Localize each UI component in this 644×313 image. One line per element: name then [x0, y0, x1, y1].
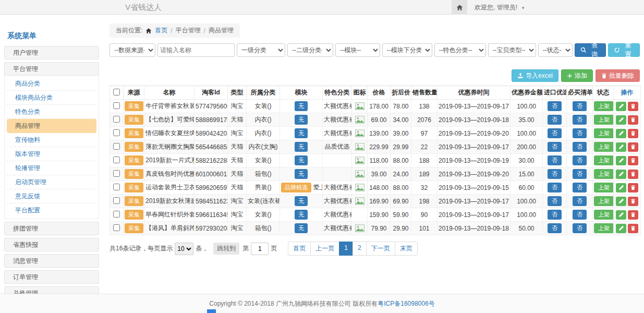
imported-toggle[interactable]: 否: [548, 101, 562, 111]
status-toggle[interactable]: 上架: [594, 169, 614, 179]
delete-button[interactable]: [628, 197, 638, 206]
row-checkbox[interactable]: [113, 102, 120, 109]
pager-button-末页[interactable]: 末页: [395, 242, 418, 256]
edit-button[interactable]: [616, 129, 626, 138]
status-toggle[interactable]: 上架: [594, 115, 614, 125]
per-page-select[interactable]: 10: [175, 243, 193, 255]
sidebar-item[interactable]: 意见反馈: [7, 189, 96, 203]
delete-button[interactable]: [628, 115, 638, 125]
sidebar-item[interactable]: 版本管理: [7, 147, 96, 161]
imported-toggle[interactable]: 否: [548, 169, 562, 179]
page-number-input[interactable]: [251, 243, 269, 255]
edit-button[interactable]: [616, 142, 626, 152]
pager-button-上一页[interactable]: 上一页: [310, 242, 339, 256]
batch-delete-button[interactable]: 批量删除: [596, 69, 640, 82]
delete-button[interactable]: [628, 142, 638, 152]
row-checkbox[interactable]: [113, 129, 120, 136]
filter-select-category-2[interactable]: --二级分类--: [287, 43, 333, 57]
filter-select-module-sub[interactable]: --模块下分类--: [382, 43, 432, 57]
imported-toggle[interactable]: 否: [548, 115, 562, 125]
status-toggle[interactable]: 上架: [594, 101, 614, 111]
must-buy-toggle[interactable]: 否: [573, 128, 587, 138]
delete-button[interactable]: [628, 224, 638, 233]
must-buy-toggle[interactable]: 否: [573, 223, 587, 233]
select-all-checkbox[interactable]: [113, 89, 120, 95]
row-checkbox[interactable]: [113, 184, 120, 190]
edit-button[interactable]: [616, 170, 626, 179]
status-toggle[interactable]: 上架: [594, 196, 614, 206]
status-toggle[interactable]: 上架: [594, 210, 614, 220]
pager-button-下一页[interactable]: 下一页: [366, 242, 395, 256]
filter-select-status[interactable]: --状态--: [538, 43, 573, 57]
sidebar-item[interactable]: 启动页管理: [7, 175, 96, 189]
breadcrumb-item-platform[interactable]: 平台管理: [176, 26, 201, 35]
imported-toggle[interactable]: 否: [548, 183, 562, 192]
must-buy-toggle[interactable]: 否: [573, 142, 587, 152]
delete-button[interactable]: [628, 102, 638, 111]
must-buy-toggle[interactable]: 否: [573, 155, 587, 165]
home-button[interactable]: [452, 0, 467, 15]
sidebar-item[interactable]: 商品分类: [7, 77, 96, 91]
row-checkbox[interactable]: [113, 156, 120, 163]
jump-button[interactable]: 跳转到: [213, 243, 239, 255]
edit-button[interactable]: [616, 156, 626, 165]
pager-button-首页[interactable]: 首页: [288, 242, 311, 256]
must-buy-toggle[interactable]: 否: [573, 196, 587, 206]
pager-button-2[interactable]: 2: [353, 242, 367, 256]
filter-input-name[interactable]: [157, 43, 235, 57]
edit-button[interactable]: [616, 183, 626, 192]
imported-toggle[interactable]: 否: [548, 142, 562, 152]
status-toggle[interactable]: 上架: [594, 142, 614, 152]
edit-button[interactable]: [616, 210, 626, 220]
filter-select-module[interactable]: --模块--: [335, 43, 380, 57]
filter-select-feature[interactable]: --特色分类--: [434, 43, 486, 57]
edit-button[interactable]: [616, 197, 626, 206]
delete-button[interactable]: [628, 129, 638, 138]
status-toggle[interactable]: 上架: [594, 183, 614, 192]
sidebar-section-1[interactable]: 平台管理: [4, 62, 99, 76]
imported-toggle[interactable]: 否: [548, 196, 562, 206]
row-checkbox[interactable]: [113, 197, 120, 204]
breadcrumb-home-link[interactable]: 首页: [155, 26, 167, 35]
imported-toggle[interactable]: 否: [548, 128, 562, 138]
add-button[interactable]: 添加: [561, 69, 593, 82]
row-checkbox[interactable]: [113, 170, 120, 177]
edit-button[interactable]: [616, 102, 626, 111]
must-buy-toggle[interactable]: 否: [573, 101, 587, 111]
filter-select-category-1[interactable]: 一级分类: [237, 43, 285, 57]
breadcrumb-item-goods[interactable]: 商品管理: [209, 26, 234, 35]
edit-button[interactable]: [616, 115, 626, 125]
search-button[interactable]: 查询: [575, 43, 606, 57]
sidebar-section-3[interactable]: 省惠快报: [4, 238, 99, 251]
sidebar-item[interactable]: 平台配置: [7, 203, 96, 218]
filter-select-data-source[interactable]: --数据来源--: [110, 43, 155, 57]
pager-button-1[interactable]: 1: [339, 242, 353, 256]
sidebar-item[interactable]: 宣传物料: [7, 133, 96, 147]
sidebar-item[interactable]: 模块商品分类: [7, 91, 96, 105]
delete-button[interactable]: [628, 170, 638, 179]
sidebar-item-active[interactable]: 商品管理: [7, 119, 96, 133]
row-checkbox[interactable]: [113, 224, 120, 231]
filter-select-item-type[interactable]: --宝贝类型--: [488, 43, 536, 57]
status-toggle[interactable]: 上架: [594, 155, 614, 165]
row-checkbox[interactable]: [113, 116, 120, 123]
must-buy-toggle[interactable]: 否: [573, 210, 587, 220]
must-buy-toggle[interactable]: 否: [573, 169, 587, 179]
must-buy-toggle[interactable]: 否: [573, 183, 587, 192]
row-checkbox[interactable]: [113, 143, 120, 150]
sidebar-section-0[interactable]: 用户管理: [4, 46, 99, 59]
delete-button[interactable]: [628, 156, 638, 165]
sidebar-section-4[interactable]: 消息管理: [4, 254, 99, 268]
delete-button[interactable]: [628, 210, 638, 220]
reset-button[interactable]: 重置: [608, 43, 640, 57]
edit-button[interactable]: [616, 224, 626, 233]
sidebar-section-5[interactable]: 订单管理: [4, 270, 99, 284]
must-buy-toggle[interactable]: 否: [573, 115, 587, 125]
sidebar-item[interactable]: 轮播管理: [7, 161, 96, 175]
delete-button[interactable]: [628, 183, 638, 192]
icp-link[interactable]: 粤ICP备16098006号: [378, 299, 434, 308]
sidebar-section-2[interactable]: 拼团管理: [4, 222, 99, 235]
imported-toggle[interactable]: 否: [548, 223, 562, 233]
row-checkbox[interactable]: [113, 211, 120, 218]
user-menu[interactable]: 欢迎您, 管理员! ▼: [475, 3, 525, 12]
